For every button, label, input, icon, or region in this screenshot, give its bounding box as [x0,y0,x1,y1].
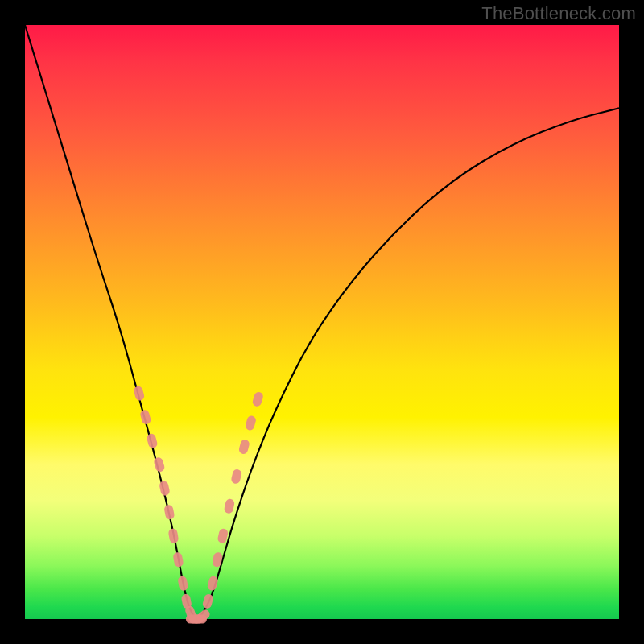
marker-group [133,385,264,624]
data-marker [224,498,236,514]
data-marker [245,415,257,431]
data-marker [251,391,264,407]
data-marker [230,469,242,485]
data-marker [159,481,171,497]
data-marker [172,551,184,568]
watermark-text: TheBottleneck.com [481,3,636,24]
data-marker [146,432,158,448]
data-marker [177,576,188,592]
data-marker [238,439,250,455]
data-marker [133,385,145,401]
data-marker [139,409,151,425]
plot-area [25,25,619,619]
bottleneck-curve [25,25,619,617]
curve-path-group [25,25,619,617]
data-marker [163,504,175,520]
chart-frame: TheBottleneck.com [0,0,644,644]
data-marker [168,528,180,544]
curve-svg [25,25,619,619]
